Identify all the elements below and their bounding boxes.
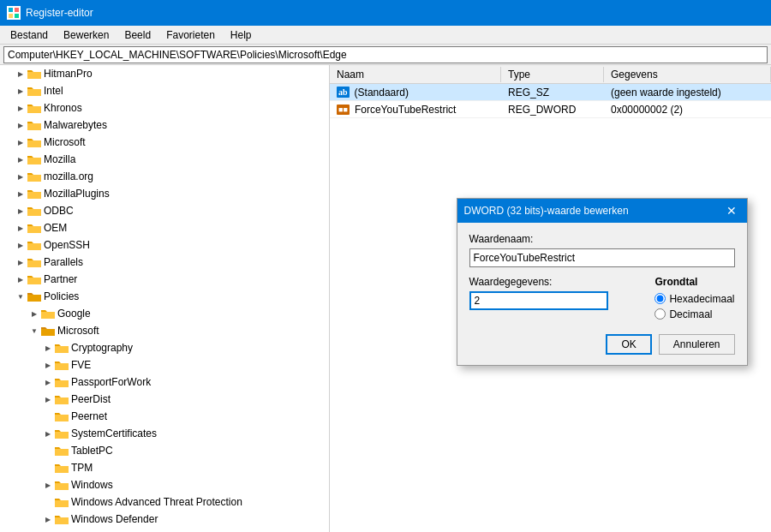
expand-arrow: ▶ — [41, 478, 55, 492]
tree-item-khronos[interactable]: ▶ Khronos — [0, 99, 329, 117]
tree-item-systemcertificates[interactable]: ▶ SystemCertificates — [0, 425, 329, 442]
tree-item-passportforwork[interactable]: ▶ PassportForWork — [0, 374, 329, 391]
decimaal-radio[interactable] — [654, 308, 666, 320]
svg-rect-0 — [9, 8, 13, 12]
folder-icon — [55, 444, 69, 457]
dialog-close-button[interactable]: ✕ — [723, 202, 740, 219]
tree-item-tpm[interactable]: TPM — [0, 459, 329, 476]
tree-item-tabletpc[interactable]: TabletPC — [0, 442, 329, 459]
tree-item-mozilla[interactable]: ▶ Mozilla — [0, 151, 329, 168]
cell-data-forceyoutube: 0x00000002 (2) — [604, 104, 771, 116]
cell-data-standaard: (geen waarde ingesteld) — [604, 87, 771, 99]
tree-label: Microsoft — [44, 136, 86, 148]
expand-arrow: ▶ — [14, 67, 27, 81]
svg-rect-6 — [27, 106, 41, 113]
tree-item-windows[interactable]: ▶ Windows — [0, 476, 329, 493]
tree-item-hitmanpro[interactable]: ▶ HitmanPro — [0, 65, 329, 82]
hexadecimaal-label: Hexadecimaal — [669, 293, 734, 305]
tree-label: Windows Defender — [71, 513, 158, 525]
tree-label: Khronos — [44, 102, 82, 114]
tree-label: PeerDist — [71, 393, 111, 405]
tree-label: HitmanPro — [44, 68, 93, 80]
expand-arrow: ▶ — [14, 101, 27, 115]
svg-rect-22 — [55, 380, 69, 387]
main-content: ▶ HitmanPro ▶ Intel ▶ Khronos ▶ — [0, 65, 771, 532]
folder-icon — [27, 67, 41, 81]
tree-item-watp[interactable]: Windows Advanced Threat Protection — [0, 493, 329, 511]
expand-arrow: ▶ — [14, 204, 27, 218]
folder-icon — [27, 221, 41, 235]
menu-bestand[interactable]: Bestand — [3, 27, 55, 43]
cell-naam-forceyoutube: ■■ ForceYouTubeRestrict — [330, 104, 501, 116]
tree-item-partner[interactable]: ▶ Partner — [0, 271, 329, 288]
address-input[interactable] — [3, 46, 768, 63]
green-arrow-2 — [330, 194, 356, 279]
hexadecimaal-radio[interactable] — [654, 293, 666, 304]
menu-beeld[interactable]: Beeld — [117, 27, 158, 43]
svg-rect-5 — [27, 89, 41, 96]
expand-arrow: ▶ — [41, 341, 55, 355]
svg-rect-11 — [27, 192, 41, 199]
folder-icon — [41, 307, 55, 320]
waardegegevens-input[interactable] — [469, 291, 608, 310]
decimaal-label: Decimaal — [669, 308, 712, 320]
svg-rect-13 — [27, 226, 41, 233]
hexadecimaal-option[interactable]: Hexadecimaal — [654, 293, 734, 305]
tree-label: PassportForWork — [71, 376, 151, 388]
tree-item-google[interactable]: ▶ Google — [0, 305, 329, 322]
annuleren-button[interactable]: Annuleren — [659, 334, 735, 355]
svg-rect-25 — [55, 432, 69, 439]
tree-item-mozillaplugins[interactable]: ▶ MozillaPlugins — [0, 185, 329, 202]
svg-rect-8 — [27, 140, 41, 147]
tree-item-oem[interactable]: ▶ OEM — [0, 219, 329, 236]
tree-item-windowsnt[interactable]: ▶ Windows NT — [0, 528, 329, 532]
tree-item-malwarebytes[interactable]: ▶ Malwarebytes — [0, 117, 329, 134]
registry-row-standaard[interactable]: ab (Standaard) REG_SZ (geen waarde inges… — [330, 84, 771, 101]
tree-item-fve[interactable]: ▶ FVE — [0, 356, 329, 374]
tree-label: Microsoft — [57, 325, 99, 337]
cell-naam-standaard: ab (Standaard) — [330, 87, 501, 99]
tree-item-windowsdefender[interactable]: ▶ Windows Defender — [0, 511, 329, 528]
svg-rect-28 — [55, 483, 69, 490]
title-bar: Register-editor — [0, 0, 771, 26]
waardenaam-input[interactable] — [469, 248, 735, 267]
tree-item-microsoft2[interactable]: ▼ Microsoft — [0, 322, 329, 339]
menu-help[interactable]: Help — [224, 27, 259, 43]
svg-rect-14 — [27, 243, 41, 250]
svg-rect-24 — [55, 415, 69, 421]
decimaal-option[interactable]: Decimaal — [654, 308, 734, 320]
tree-item-peerdist[interactable]: ▶ PeerDist — [0, 391, 329, 408]
tree-item-cryptography[interactable]: ▶ Cryptography — [0, 339, 329, 356]
tree-label: Windows — [71, 479, 113, 491]
expand-arrow: ▶ — [14, 152, 27, 166]
folder-icon — [27, 255, 41, 269]
tree-item-openssh[interactable]: ▶ OpenSSH — [0, 236, 329, 254]
tree-item-policies[interactable]: ▼ Policies — [0, 288, 329, 305]
tree-item-mozillaorg[interactable]: ▶ mozilla.org — [0, 168, 329, 185]
tree-label: Windows Advanced Threat Protection — [71, 496, 242, 508]
tree-label: OpenSSH — [44, 239, 90, 251]
svg-rect-17 — [27, 295, 41, 302]
tree-item-microsoft[interactable]: ▶ Microsoft — [0, 134, 329, 151]
svg-rect-9 — [27, 158, 41, 164]
svg-rect-19 — [41, 329, 55, 336]
menu-favorieten[interactable]: Favorieten — [159, 27, 222, 43]
tree-item-parallels[interactable]: ▶ Parallels — [0, 254, 329, 271]
expand-arrow: ▼ — [27, 324, 41, 338]
reg-icon-dword: ■■ — [337, 105, 350, 115]
tree-item-odbc[interactable]: ▶ ODBC — [0, 202, 329, 219]
grondtal-section: Grondtal Hexadecimaal Decimaal — [654, 276, 734, 320]
tree-item-peernet[interactable]: Peernet — [0, 408, 329, 425]
waardenaam-label: Waardenaam: — [469, 233, 735, 245]
tree-item-intel[interactable]: ▶ Intel — [0, 82, 329, 99]
tree-panel[interactable]: ▶ HitmanPro ▶ Intel ▶ Khronos ▶ — [0, 65, 330, 532]
expand-arrow: ▶ — [27, 307, 41, 320]
cell-type-forceyoutube: REG_DWORD — [501, 104, 604, 116]
expand-arrow: ▶ — [41, 358, 55, 372]
ok-button[interactable]: OK — [606, 334, 651, 355]
edit-dword-dialog[interactable]: DWORD (32 bits)-waarde bewerken ✕ Waarde… — [457, 198, 748, 366]
registry-row-forceyoutube[interactable]: ■■ ForceYouTubeRestrict REG_DWORD 0x0000… — [330, 101, 771, 118]
cell-type-standaard: REG_SZ — [501, 87, 604, 99]
expand-arrow: ▶ — [14, 221, 27, 235]
menu-bewerken[interactable]: Bewerken — [57, 27, 116, 43]
